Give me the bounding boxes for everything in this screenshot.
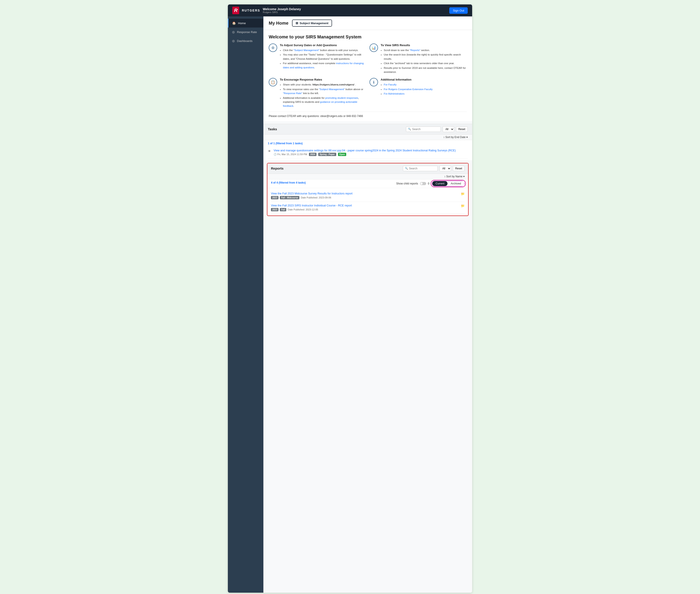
sirs-list-item-3: Click the "archived" tab to view semeste… — [384, 61, 467, 65]
report-2-link[interactable]: View the Fall 2023 SIRS Instructor Indiv… — [271, 204, 461, 207]
page-title: My Home — [269, 21, 288, 26]
welcome-section: Welcome to your SIRS Management System ⚙… — [263, 30, 472, 121]
sidebar-item-dashboards[interactable]: ◎ Dashboards — [228, 36, 263, 45]
archived-tab-button[interactable]: Archived — [447, 181, 464, 186]
report-2-meta: 2023 Fall Date Published: 2023-12-05 — [271, 208, 461, 211]
encourage-heading: To Encourage Response Rates — [280, 78, 366, 81]
subject-management-button[interactable]: ⊞ Subject Management — [292, 20, 332, 27]
user-info: Welcome Joseph Delaney Rutgers SIRS — [263, 7, 301, 13]
encourage-list-item-3: Additional information is available for … — [283, 96, 366, 108]
report-1-link[interactable]: View the Fall 2023 Midcourse Survey Resu… — [271, 192, 461, 195]
info-grid: ⚙ To Adjust Survey Dates or Add Question… — [269, 43, 467, 108]
additional-content: Additional Information For Faculty For R… — [381, 78, 433, 96]
reports-sort-row: ↕ Sort by Name ▾ — [267, 174, 468, 179]
reports-sort-button[interactable]: ↕ Sort by Name ▾ — [444, 175, 465, 178]
reports-section: Reports 🔍 All Reset ↕ Sort by Name ▾ — [267, 163, 469, 216]
actionable-link[interactable]: guidance on providing actionable feedbac… — [283, 101, 357, 107]
sidebar-item-home-label: Home — [238, 22, 246, 25]
subject-mgmt-link2[interactable]: "Subject Management" — [319, 88, 345, 91]
report-1-date-published: Date Published: 2023-09-06 — [301, 196, 331, 199]
content-area: My Home ⊞ Subject Management Welcome to … — [263, 16, 472, 593]
sidebar-item-response-rate[interactable]: ◎ Response Rate — [228, 28, 263, 36]
instructions-link[interactable]: instructions for changing dates and addi… — [283, 62, 364, 69]
reports-search-input[interactable] — [409, 167, 436, 170]
for-rce-faculty-link[interactable]: For Rutgers Cooperative Extension Facult… — [384, 88, 433, 91]
reports-title: Reports — [271, 166, 284, 170]
system-name: Rutgers SIRS — [263, 11, 301, 13]
task-meta: 🕐 Fri, Mar 15, 2024 11:59 PM 2024 Spring… — [274, 153, 468, 156]
reports-search-box[interactable]: 🔍 — [403, 166, 438, 171]
for-faculty-link[interactable]: For Faculty — [384, 83, 396, 86]
encourage-icon: 📋 — [269, 78, 277, 86]
tasks-filter-count: 1 of 1 (filtered from 1 tasks) — [268, 142, 468, 145]
welcome-title: Welcome to your SIRS Management System — [269, 34, 467, 39]
top-header: R RUTGERS Welcome Joseph Delaney Rutgers… — [228, 4, 472, 16]
adjust-list-item-1: Click the "Subject Management" button ab… — [283, 48, 366, 52]
report-2-folder-icon[interactable]: 📁 — [461, 204, 465, 207]
sign-out-button[interactable]: Sign Out — [449, 7, 468, 14]
encourage-list-item-2: To view response rates use the "Subject … — [283, 87, 366, 95]
current-tab-button[interactable]: Current — [433, 181, 447, 186]
tasks-search-box[interactable]: 🔍 — [406, 127, 441, 132]
tasks-section: Tasks 🔍 All Reset ↕ Sort by End Date ▾ — [263, 124, 472, 160]
logo-area: R RUTGERS Welcome Joseph Delaney Rutgers… — [232, 7, 301, 14]
reports-search-icon: 🔍 — [405, 167, 408, 170]
report-2-tag-year: 2023 — [271, 208, 279, 211]
additional-list-item-2: For Rutgers Cooperative Extension Facult… — [384, 87, 433, 91]
sirs-list-item-2: Use the search box (towards the right) t… — [384, 53, 467, 61]
report-item-1: View the Fall 2023 Midcourse Survey Resu… — [271, 190, 465, 202]
tasks-all-dropdown[interactable]: All — [443, 126, 454, 132]
tasks-header: Tasks 🔍 All Reset — [263, 124, 472, 134]
additional-list-item-1: For Faculty — [384, 82, 433, 87]
report-1-folder-icon[interactable]: 📁 — [461, 192, 465, 196]
sidebar-item-response-rate-label: Response Rate — [237, 30, 257, 34]
tasks-sort-button[interactable]: ↕ Sort by End Date ▾ — [443, 136, 468, 139]
view-sirs-icon: 📊 — [370, 43, 378, 52]
view-sirs-heading: To View SIRS Results — [381, 43, 467, 47]
report-2-content: View the Fall 2023 SIRS Instructor Indiv… — [271, 204, 461, 211]
tasks-body: 1 of 1 (filtered from 1 tasks) 👁 View an… — [263, 140, 472, 160]
view-sirs-list: Scroll down to see the "Reports" section… — [381, 48, 467, 74]
report-1-tag-year: 2023 — [271, 196, 279, 199]
report-1-meta: 2023 Fall - Midcourse Date Published: 20… — [271, 196, 461, 199]
additional-list: For Faculty For Rutgers Cooperative Exte… — [381, 82, 433, 96]
task-content: View and manage questionnaire settings f… — [274, 149, 468, 156]
sidebar-item-dashboards-label: Dashboards — [237, 39, 253, 43]
reports-header: Reports 🔍 All Reset — [267, 163, 468, 174]
task-date-text: Fri, Mar 15, 2024 11:59 PM — [277, 153, 307, 156]
report-2-date-published: Date Published: 2023-12-05 — [288, 208, 318, 211]
reports-link[interactable]: "Reports" — [410, 49, 420, 52]
tasks-search-icon: 🔍 — [408, 128, 411, 131]
page-header: My Home ⊞ Subject Management — [263, 16, 472, 30]
report-1-content: View the Fall 2023 Midcourse Survey Resu… — [271, 192, 461, 199]
child-reports-toggle[interactable] — [420, 182, 426, 185]
task-link[interactable]: View and manage questionnaire settings f… — [274, 149, 468, 152]
reports-filter-count: 4 of 4 (filtered from 4 tasks) — [271, 181, 306, 184]
task-tag-open: Open — [338, 153, 346, 156]
rutgers-wordmark: RUTGERS — [242, 9, 260, 12]
encourage-content: To Encourage Response Rates Share with y… — [280, 78, 366, 108]
reports-reset-button[interactable]: Reset — [453, 166, 465, 171]
tasks-reset-button[interactable]: Reset — [456, 127, 468, 132]
info-card-additional: ℹ Additional Information For Faculty For… — [370, 78, 467, 108]
adjust-survey-content: To Adjust Survey Dates or Add Questions … — [280, 43, 366, 70]
grid-icon: ⊞ — [295, 21, 298, 25]
tasks-search-input[interactable] — [412, 128, 439, 131]
child-reports-area: Show child reports 0 — [396, 182, 429, 185]
adjust-list-item-3: For additional assistance, read more com… — [283, 61, 366, 69]
welcome-name: Welcome Joseph Delaney — [263, 7, 301, 11]
contact-info: Please contact OTEAR with any questions:… — [269, 112, 467, 118]
promoting-link[interactable]: promoting student responses — [325, 97, 358, 99]
bluera-url: https://rutgers.bluera.com/rutgers/ — [313, 83, 354, 86]
task-tag-spring-paper: Spring - Paper — [318, 153, 336, 156]
for-administrators-link[interactable]: For Administrators — [384, 92, 405, 95]
task-eye-icon: 👁 — [268, 150, 271, 153]
rutgers-r-logo: R — [232, 7, 239, 14]
adjust-survey-heading: To Adjust Survey Dates or Add Questions — [280, 43, 366, 47]
reports-all-dropdown[interactable]: All — [440, 166, 451, 171]
adjust-survey-list: Click the "Subject Management" button ab… — [280, 48, 366, 69]
report-2-tag-type: Fall — [280, 208, 286, 211]
subject-mgmt-link[interactable]: "Subject Management" — [293, 49, 319, 52]
sidebar-item-home[interactable]: 🏠 Home — [228, 19, 263, 28]
response-rate-link[interactable]: "Response Rate" — [283, 92, 302, 95]
